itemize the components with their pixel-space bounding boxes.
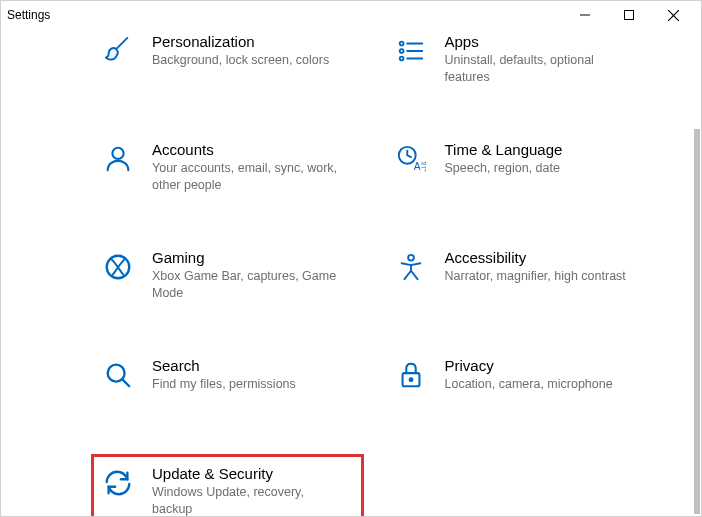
- tile-title: Search: [152, 357, 342, 374]
- tile-title: Privacy: [445, 357, 635, 374]
- tile-privacy[interactable]: Privacy Location, camera, microphone: [389, 351, 652, 419]
- tile-title: Gaming: [152, 249, 342, 266]
- paintbrush-icon: [102, 35, 134, 67]
- tile-accounts[interactable]: Accounts Your accounts, email, sync, wor…: [96, 135, 359, 203]
- tile-search[interactable]: Search Find my files, permissions: [96, 351, 359, 419]
- tile-title: Accessibility: [445, 249, 635, 266]
- person-icon: [102, 143, 134, 175]
- scrollbar[interactable]: [692, 29, 700, 512]
- svg-point-10: [112, 148, 123, 159]
- tile-gaming[interactable]: Gaming Xbox Game Bar, captures, Game Mod…: [96, 243, 359, 311]
- lock-icon: [395, 359, 427, 391]
- settings-grid: Personalization Background, lock screen,…: [1, 29, 691, 516]
- close-button[interactable]: [651, 1, 695, 29]
- svg-text:A字: A字: [413, 161, 425, 172]
- tile-desc: Location, camera, microphone: [445, 376, 635, 393]
- scrollbar-thumb[interactable]: [694, 129, 700, 514]
- svg-rect-1: [625, 11, 634, 20]
- svg-point-8: [399, 57, 403, 61]
- svg-point-6: [399, 49, 403, 53]
- tile-personalization[interactable]: Personalization Background, lock screen,…: [96, 29, 359, 95]
- tile-title: Time & Language: [445, 141, 635, 158]
- empty-cell: [389, 459, 652, 516]
- svg-point-18: [409, 378, 412, 381]
- svg-line-16: [123, 380, 130, 387]
- window-title: Settings: [7, 8, 50, 22]
- tile-accessibility[interactable]: Accessibility Narrator, magnifier, high …: [389, 243, 652, 311]
- apps-list-icon: [395, 35, 427, 67]
- tile-time-language[interactable]: A字 Time & Language Speech, region, date: [389, 135, 652, 203]
- titlebar: Settings: [1, 1, 701, 29]
- xbox-icon: [102, 251, 134, 283]
- tile-desc: Uninstall, defaults, optional features: [445, 52, 635, 86]
- window-controls: [563, 1, 695, 29]
- tile-title: Personalization: [152, 33, 342, 50]
- tile-apps[interactable]: Apps Uninstall, defaults, optional featu…: [389, 29, 652, 95]
- tile-desc: Windows Update, recovery, backup: [152, 484, 342, 516]
- time-language-icon: A字: [395, 143, 427, 175]
- svg-point-14: [408, 255, 414, 261]
- tile-desc: Your accounts, email, sync, work, other …: [152, 160, 342, 194]
- sync-arrows-icon: [102, 467, 134, 499]
- svg-point-4: [399, 42, 403, 46]
- tile-update-security[interactable]: Update & Security Windows Update, recove…: [96, 459, 359, 516]
- maximize-button[interactable]: [607, 1, 651, 29]
- tile-desc: Speech, region, date: [445, 160, 635, 177]
- minimize-button[interactable]: [563, 1, 607, 29]
- tile-desc: Narrator, magnifier, high contrast: [445, 268, 635, 285]
- tile-desc: Xbox Game Bar, captures, Game Mode: [152, 268, 342, 302]
- settings-content: Personalization Background, lock screen,…: [1, 29, 691, 516]
- tile-desc: Background, lock screen, colors: [152, 52, 342, 69]
- accessibility-icon: [395, 251, 427, 283]
- tile-title: Apps: [445, 33, 635, 50]
- search-icon: [102, 359, 134, 391]
- tile-desc: Find my files, permissions: [152, 376, 342, 393]
- tile-title: Accounts: [152, 141, 342, 158]
- tile-title: Update & Security: [152, 465, 342, 482]
